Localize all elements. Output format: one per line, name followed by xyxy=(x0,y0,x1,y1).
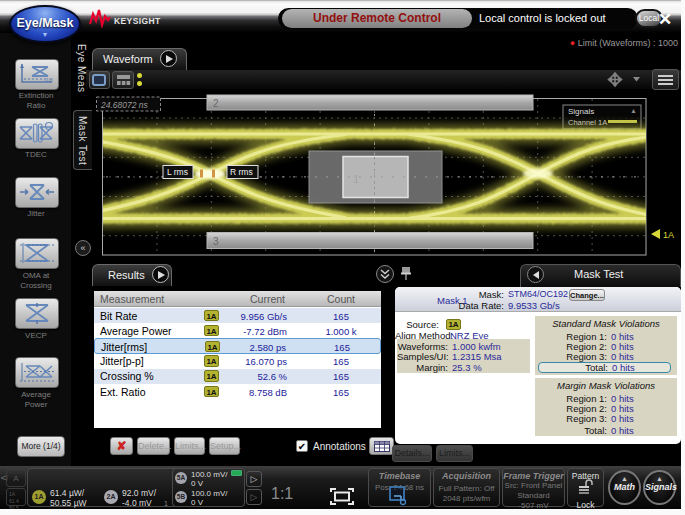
svg-text:24.68072 ns: 24.68072 ns xyxy=(100,100,149,110)
svg-text:R rms: R rms xyxy=(230,167,253,177)
svg-text:▲: ▲ xyxy=(630,107,637,114)
svg-text:-1/8: -1/8 xyxy=(44,77,53,83)
svg-text:KEYSIGHT: KEYSIGHT xyxy=(114,16,161,26)
svg-text:Signals: Signals xyxy=(568,107,594,116)
svg-text:L rms: L rms xyxy=(167,167,188,177)
svg-text:2: 2 xyxy=(213,98,219,109)
svg-text:3: 3 xyxy=(213,236,219,247)
svg-text:1: 1 xyxy=(353,173,359,185)
svg-text:1A: 1A xyxy=(663,230,674,240)
